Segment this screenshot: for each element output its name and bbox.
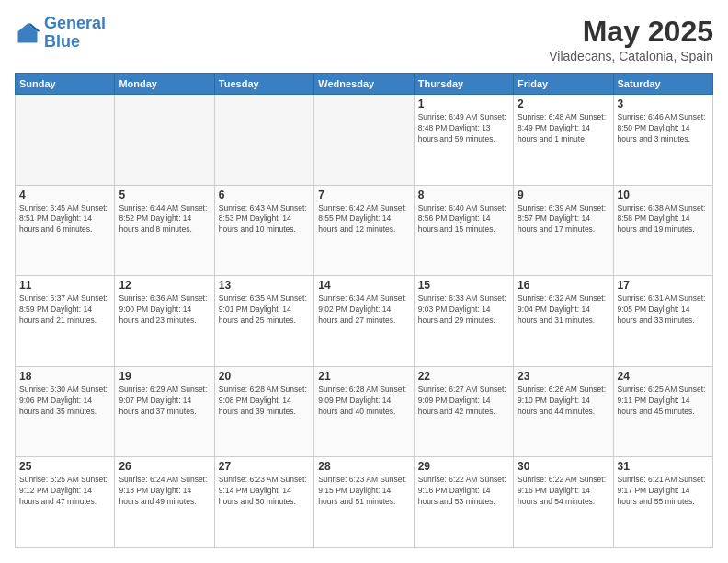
day-number: 25 xyxy=(19,460,110,473)
day-number: 10 xyxy=(618,189,709,201)
weekday-header: Sunday xyxy=(16,74,115,95)
title-block: May 2025 Viladecans, Catalonia, Spain xyxy=(549,15,713,63)
day-info: Sunrise: 6:28 AM Sunset: 9:09 PM Dayligh… xyxy=(318,385,409,418)
day-info: Sunrise: 6:45 AM Sunset: 8:51 PM Dayligh… xyxy=(19,203,110,236)
day-info: Sunrise: 6:49 AM Sunset: 8:48 PM Dayligh… xyxy=(418,112,509,145)
calendar-cell: 31Sunrise: 6:21 AM Sunset: 9:17 PM Dayli… xyxy=(613,457,712,548)
day-number: 27 xyxy=(219,460,310,473)
logo-general: General xyxy=(44,14,106,32)
logo: General Blue xyxy=(15,15,106,52)
day-number: 17 xyxy=(618,279,709,292)
calendar-week-row: 11Sunrise: 6:37 AM Sunset: 8:59 PM Dayli… xyxy=(16,276,713,367)
day-info: Sunrise: 6:29 AM Sunset: 9:07 PM Dayligh… xyxy=(119,385,210,418)
day-number: 18 xyxy=(19,370,110,383)
calendar-cell: 13Sunrise: 6:35 AM Sunset: 9:01 PM Dayli… xyxy=(214,276,313,367)
calendar-table: SundayMondayTuesdayWednesdayThursdayFrid… xyxy=(15,73,713,548)
weekday-header: Tuesday xyxy=(214,74,313,95)
day-number: 22 xyxy=(418,370,509,383)
day-info: Sunrise: 6:22 AM Sunset: 9:16 PM Dayligh… xyxy=(418,475,509,508)
day-number: 14 xyxy=(318,279,409,292)
day-number: 1 xyxy=(418,98,509,110)
calendar-cell: 3Sunrise: 6:46 AM Sunset: 8:50 PM Daylig… xyxy=(613,95,712,186)
day-number: 21 xyxy=(318,370,409,383)
calendar-cell: 17Sunrise: 6:31 AM Sunset: 9:05 PM Dayli… xyxy=(613,276,712,367)
logo-blue: Blue xyxy=(44,32,80,51)
day-info: Sunrise: 6:37 AM Sunset: 8:59 PM Dayligh… xyxy=(19,293,110,327)
calendar-week-row: 1Sunrise: 6:49 AM Sunset: 8:48 PM Daylig… xyxy=(16,95,713,186)
calendar-cell: 29Sunrise: 6:22 AM Sunset: 9:16 PM Dayli… xyxy=(414,457,513,548)
day-number: 8 xyxy=(418,189,509,201)
day-info: Sunrise: 6:25 AM Sunset: 9:11 PM Dayligh… xyxy=(618,385,709,418)
day-info: Sunrise: 6:33 AM Sunset: 9:03 PM Dayligh… xyxy=(418,293,509,327)
day-info: Sunrise: 6:35 AM Sunset: 9:01 PM Dayligh… xyxy=(219,293,310,327)
calendar-cell: 30Sunrise: 6:22 AM Sunset: 9:16 PM Dayli… xyxy=(514,457,613,548)
day-info: Sunrise: 6:46 AM Sunset: 8:50 PM Dayligh… xyxy=(618,112,709,145)
day-info: Sunrise: 6:26 AM Sunset: 9:10 PM Dayligh… xyxy=(518,385,609,418)
day-number: 2 xyxy=(518,98,609,110)
calendar-cell: 10Sunrise: 6:38 AM Sunset: 8:58 PM Dayli… xyxy=(613,185,712,276)
day-info: Sunrise: 6:48 AM Sunset: 8:49 PM Dayligh… xyxy=(518,112,609,145)
day-number: 29 xyxy=(418,460,509,473)
day-info: Sunrise: 6:34 AM Sunset: 9:02 PM Dayligh… xyxy=(318,293,409,327)
day-info: Sunrise: 6:42 AM Sunset: 8:55 PM Dayligh… xyxy=(318,203,409,236)
day-info: Sunrise: 6:22 AM Sunset: 9:16 PM Dayligh… xyxy=(518,475,609,508)
calendar-cell: 26Sunrise: 6:24 AM Sunset: 9:13 PM Dayli… xyxy=(115,457,214,548)
day-info: Sunrise: 6:30 AM Sunset: 9:06 PM Dayligh… xyxy=(19,385,110,418)
calendar-week-row: 4Sunrise: 6:45 AM Sunset: 8:51 PM Daylig… xyxy=(16,185,713,276)
calendar-cell: 4Sunrise: 6:45 AM Sunset: 8:51 PM Daylig… xyxy=(16,185,115,276)
day-number: 11 xyxy=(19,279,110,292)
day-info: Sunrise: 6:40 AM Sunset: 8:56 PM Dayligh… xyxy=(418,203,509,236)
day-number: 20 xyxy=(219,370,310,383)
day-info: Sunrise: 6:31 AM Sunset: 9:05 PM Dayligh… xyxy=(618,293,709,327)
calendar-cell: 8Sunrise: 6:40 AM Sunset: 8:56 PM Daylig… xyxy=(414,185,513,276)
weekday-header: Friday xyxy=(514,74,613,95)
day-info: Sunrise: 6:36 AM Sunset: 9:00 PM Dayligh… xyxy=(119,293,210,327)
calendar-cell xyxy=(214,95,313,186)
day-number: 3 xyxy=(618,98,709,110)
calendar-cell: 7Sunrise: 6:42 AM Sunset: 8:55 PM Daylig… xyxy=(314,185,414,276)
page: General Blue May 2025 Viladecans, Catalo… xyxy=(0,0,728,563)
day-info: Sunrise: 6:28 AM Sunset: 9:08 PM Dayligh… xyxy=(219,385,310,418)
day-number: 5 xyxy=(119,189,210,201)
calendar-cell: 15Sunrise: 6:33 AM Sunset: 9:03 PM Dayli… xyxy=(414,276,513,367)
calendar-cell: 5Sunrise: 6:44 AM Sunset: 8:52 PM Daylig… xyxy=(115,185,214,276)
calendar-cell: 23Sunrise: 6:26 AM Sunset: 9:10 PM Dayli… xyxy=(514,366,613,457)
day-number: 19 xyxy=(119,370,210,383)
day-number: 12 xyxy=(119,279,210,292)
calendar-cell: 28Sunrise: 6:23 AM Sunset: 9:15 PM Dayli… xyxy=(314,457,414,548)
weekday-header: Saturday xyxy=(613,74,712,95)
day-info: Sunrise: 6:27 AM Sunset: 9:09 PM Dayligh… xyxy=(418,385,509,418)
calendar-cell: 19Sunrise: 6:29 AM Sunset: 9:07 PM Dayli… xyxy=(115,366,214,457)
weekday-header: Thursday xyxy=(414,74,513,95)
calendar-cell: 11Sunrise: 6:37 AM Sunset: 8:59 PM Dayli… xyxy=(16,276,115,367)
svg-marker-0 xyxy=(18,23,38,42)
calendar-cell: 9Sunrise: 6:39 AM Sunset: 8:57 PM Daylig… xyxy=(514,185,613,276)
calendar-cell: 2Sunrise: 6:48 AM Sunset: 8:49 PM Daylig… xyxy=(514,95,613,186)
day-info: Sunrise: 6:24 AM Sunset: 9:13 PM Dayligh… xyxy=(119,475,210,508)
weekday-header: Monday xyxy=(115,74,214,95)
day-info: Sunrise: 6:32 AM Sunset: 9:04 PM Dayligh… xyxy=(518,293,609,327)
weekday-header: Wednesday xyxy=(314,74,414,95)
day-number: 13 xyxy=(219,279,310,292)
calendar-cell: 24Sunrise: 6:25 AM Sunset: 9:11 PM Dayli… xyxy=(613,366,712,457)
calendar-cell: 20Sunrise: 6:28 AM Sunset: 9:08 PM Dayli… xyxy=(214,366,313,457)
day-number: 30 xyxy=(518,460,609,473)
calendar-week-row: 25Sunrise: 6:25 AM Sunset: 9:12 PM Dayli… xyxy=(16,457,713,548)
calendar-cell: 12Sunrise: 6:36 AM Sunset: 9:00 PM Dayli… xyxy=(115,276,214,367)
subtitle: Viladecans, Catalonia, Spain xyxy=(549,49,713,63)
day-info: Sunrise: 6:21 AM Sunset: 9:17 PM Dayligh… xyxy=(618,475,709,508)
calendar-cell: 22Sunrise: 6:27 AM Sunset: 9:09 PM Dayli… xyxy=(414,366,513,457)
calendar-cell: 16Sunrise: 6:32 AM Sunset: 9:04 PM Dayli… xyxy=(514,276,613,367)
day-number: 28 xyxy=(318,460,409,473)
day-number: 6 xyxy=(219,189,310,201)
logo-icon xyxy=(15,20,40,46)
calendar-cell: 6Sunrise: 6:43 AM Sunset: 8:53 PM Daylig… xyxy=(214,185,313,276)
logo-text: General Blue xyxy=(44,15,106,52)
day-number: 9 xyxy=(518,189,609,201)
day-info: Sunrise: 6:39 AM Sunset: 8:57 PM Dayligh… xyxy=(518,203,609,236)
calendar-week-row: 18Sunrise: 6:30 AM Sunset: 9:06 PM Dayli… xyxy=(16,366,713,457)
calendar-cell xyxy=(16,95,115,186)
day-number: 15 xyxy=(418,279,509,292)
calendar-header-row: SundayMondayTuesdayWednesdayThursdayFrid… xyxy=(16,74,713,95)
header: General Blue May 2025 Viladecans, Catalo… xyxy=(15,15,713,63)
